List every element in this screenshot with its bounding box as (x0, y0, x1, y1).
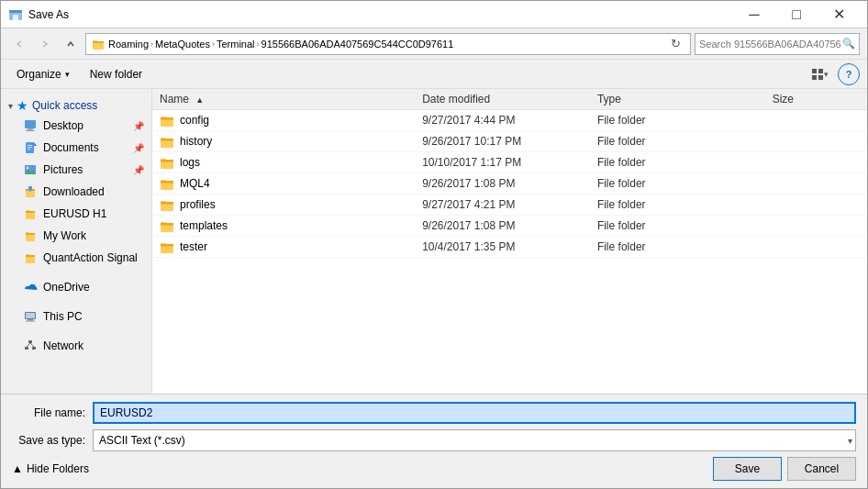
svg-rect-43 (161, 117, 173, 120)
col-type-header[interactable]: Type (597, 93, 773, 106)
refresh-button[interactable]: ↻ (666, 35, 684, 53)
sidebar-item-downloaded[interactable]: Downloaded (1, 181, 151, 203)
svg-marker-14 (34, 142, 37, 146)
file-name-cell: MQL4 (160, 176, 422, 191)
new-folder-button[interactable]: New folder (82, 63, 150, 85)
file-name-cell: history (160, 134, 422, 149)
col-size-header[interactable]: Size (773, 93, 860, 106)
svg-rect-8 (812, 75, 817, 80)
svg-rect-31 (26, 255, 35, 257)
address-roaming: Roaming (108, 39, 149, 50)
search-box[interactable]: 🔍 (695, 33, 860, 55)
svg-rect-16 (28, 147, 32, 148)
table-row[interactable]: templates 9/26/2017 1:08 PM File folder (152, 216, 867, 237)
forward-button[interactable] (34, 33, 56, 55)
filename-input[interactable] (93, 402, 856, 424)
organize-chevron-icon: ▾ (65, 70, 70, 79)
svg-rect-52 (161, 181, 173, 183)
sidebar-eurusd-label: EURUSD H1 (43, 207, 106, 220)
file-date-cell: 9/26/2017 10:17 PM (422, 135, 597, 148)
maximize-button[interactable]: □ (775, 1, 818, 28)
table-row[interactable]: tester 10/4/2017 1:35 PM File folder (152, 237, 867, 258)
save-button[interactable]: Save (713, 457, 782, 481)
sidebar-downloaded-label: Downloaded (43, 185, 105, 198)
up-button[interactable] (60, 33, 82, 55)
quick-access-header[interactable]: ▾ ★ Quick access (1, 93, 151, 115)
table-row[interactable]: profiles 9/27/2017 4:21 PM File folder (152, 194, 867, 216)
svg-rect-61 (161, 244, 173, 247)
svg-rect-35 (26, 321, 35, 322)
sidebar-item-eurusd[interactable]: EURUSD H1 (1, 203, 151, 225)
sidebar-mywork-label: My Work (43, 229, 86, 242)
navigation-toolbar: Roaming › MetaQuotes › Terminal › 915566… (1, 28, 867, 60)
savetype-select[interactable]: ASCII Text (*.csv) (93, 429, 856, 451)
file-name-cell: logs (160, 155, 422, 170)
sidebar-onedrive-label: OneDrive (43, 281, 90, 294)
organize-button[interactable]: Organize ▾ (8, 63, 78, 85)
sidebar-item-mywork[interactable]: My Work (1, 225, 151, 247)
sidebar-thispc-label: This PC (43, 310, 83, 323)
file-date-cell: 10/10/2017 1:17 PM (422, 156, 597, 169)
table-row[interactable]: config 9/27/2017 4:44 PM File folder (152, 110, 867, 131)
file-list-header: Name ▲ Date modified Type Size (152, 89, 867, 110)
search-input[interactable] (699, 39, 842, 50)
file-date-cell: 9/27/2017 4:21 PM (422, 198, 597, 211)
help-button[interactable]: ? (838, 63, 860, 85)
svg-rect-9 (818, 75, 823, 80)
svg-point-19 (27, 167, 29, 170)
footer-row: ▲ Hide Folders Save Cancel (12, 457, 856, 481)
svg-rect-15 (28, 145, 32, 146)
svg-rect-5 (93, 41, 104, 43)
table-row[interactable]: logs 10/10/2017 1:17 PM File folder (152, 152, 867, 173)
table-row[interactable]: MQL4 9/26/2017 1:08 PM File folder (152, 173, 867, 194)
address-metaquotes: MetaQuotes (155, 39, 210, 50)
savetype-label: Save as type: (12, 434, 85, 447)
pin-icon-docs: 📌 (133, 143, 144, 153)
search-icon: 🔍 (842, 38, 855, 50)
save-as-dialog: Save As ─ □ ✕ Roaming › MetaQuote (0, 0, 868, 489)
svg-rect-38 (32, 347, 36, 350)
sidebar-quantaction-label: QuantAction Signal (43, 251, 138, 264)
sidebar-item-onedrive[interactable]: OneDrive (1, 276, 151, 298)
sidebar-item-documents[interactable]: Documents 📌 (1, 137, 151, 159)
file-type-cell: File folder (597, 240, 773, 253)
desktop-icon (23, 118, 38, 133)
svg-rect-58 (161, 223, 173, 226)
sidebar-desktop-label: Desktop (43, 119, 83, 132)
svg-rect-36 (28, 340, 32, 343)
downloaded-icon (23, 184, 38, 199)
svg-line-40 (30, 343, 34, 347)
col-date-header[interactable]: Date modified (422, 93, 597, 106)
col-name-header[interactable]: Name ▲ (160, 93, 422, 106)
folder-icon (160, 155, 174, 170)
hide-folders-control[interactable]: ▲ Hide Folders (12, 461, 89, 477)
address-bar[interactable]: Roaming › MetaQuotes › Terminal › 915566… (85, 33, 691, 55)
sidebar-item-quantaction[interactable]: QuantAction Signal (1, 247, 151, 269)
sidebar-item-thispc[interactable]: This PC (1, 306, 151, 328)
file-type-cell: File folder (597, 135, 773, 148)
cancel-button[interactable]: Cancel (787, 457, 856, 481)
svg-rect-12 (26, 130, 35, 131)
table-row[interactable]: history 9/26/2017 10:17 PM File folder (152, 131, 867, 152)
sidebar-item-desktop[interactable]: Desktop 📌 (1, 115, 151, 137)
quick-access-star-icon: ★ (17, 98, 28, 113)
sidebar-item-network[interactable]: Network (1, 335, 151, 357)
file-date-cell: 9/26/2017 1:08 PM (422, 219, 597, 232)
address-path: Roaming › MetaQuotes › Terminal › 915566… (108, 39, 662, 50)
svg-rect-17 (28, 149, 30, 150)
svg-rect-2 (13, 15, 18, 20)
quick-access-label: Quick access (32, 99, 97, 112)
svg-rect-11 (28, 128, 33, 130)
svg-rect-33 (26, 313, 35, 318)
view-toggle-button[interactable]: ▾ (805, 63, 834, 85)
sidebar-item-pictures[interactable]: Pictures 📌 (1, 159, 151, 181)
close-button[interactable]: ✕ (818, 1, 860, 28)
back-button[interactable] (8, 33, 30, 55)
folder-icon (160, 239, 174, 254)
svg-rect-34 (28, 319, 33, 321)
window-controls: ─ □ ✕ (733, 1, 860, 28)
minimize-button[interactable]: ─ (733, 1, 775, 28)
thispc-icon (23, 309, 38, 324)
hide-folders-label: Hide Folders (27, 462, 89, 475)
svg-rect-1 (9, 10, 22, 13)
